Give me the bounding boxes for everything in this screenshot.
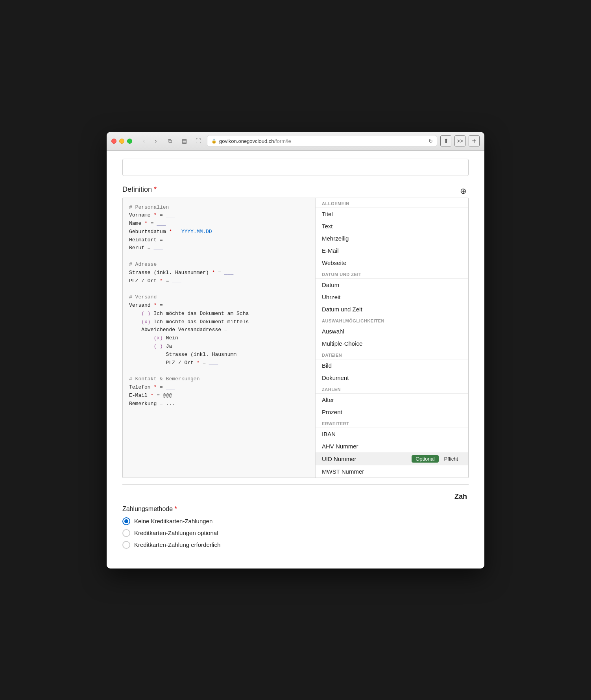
menu-item-iban[interactable]: IBAN xyxy=(316,428,468,440)
code-line-adresse: # Adresse xyxy=(129,261,309,269)
back-button[interactable]: ‹ xyxy=(139,135,150,146)
code-line-telefon: Telefon * = ___ xyxy=(129,383,309,392)
code-line-vorname: Vorname * = ___ xyxy=(129,211,309,220)
code-line-geburtsdatum: Geburtsdatum * = YYYY.MM.DD xyxy=(129,228,309,236)
menu-item-uid[interactable]: UID Nummer Optional Pflicht xyxy=(316,452,468,465)
menu-item-prozent[interactable]: Prozent xyxy=(316,406,468,418)
code-line-empty1 xyxy=(129,252,309,261)
category-allgemein: ALLGEMEIN xyxy=(316,198,468,208)
code-line-empty3 xyxy=(129,367,309,375)
optional-button[interactable]: Optional xyxy=(412,455,438,463)
forward-button[interactable]: › xyxy=(150,135,161,146)
menu-item-datum-zeit[interactable]: Datum und Zeit xyxy=(316,303,468,315)
lock-icon: 🔒 xyxy=(211,139,217,144)
payment-option-1[interactable]: Keine Kreditkarten-Zahlungen xyxy=(122,517,469,525)
payment-section-header: Zah xyxy=(122,493,469,501)
code-line-nein: (x) Nein xyxy=(129,334,309,343)
menu-item-auswahl[interactable]: Auswahl xyxy=(316,325,468,337)
nav-buttons: ‹ › xyxy=(139,135,161,146)
category-auswahl: AUSWAHLMÖGLICHKEITEN xyxy=(316,315,468,325)
uid-actions: Optional Pflicht xyxy=(412,455,462,463)
share-button[interactable]: ⬆ xyxy=(440,135,451,146)
menu-item-text[interactable]: Text xyxy=(316,220,468,232)
menu-item-webseite[interactable]: Webseite xyxy=(316,257,468,269)
code-line-versand: Versand * = xyxy=(129,302,309,310)
editor-panel: # Personalien Vorname * = ___ Name * = _… xyxy=(122,198,469,478)
titlebar: ‹ › ⧉ ▤ ⛶ 🔒 govikon.onegovcloud.ch/form/… xyxy=(107,132,484,151)
code-line-ja: ( ) Ja xyxy=(129,343,309,351)
code-line-name: Name * = ___ xyxy=(129,220,309,228)
category-dateien: DATEIEN xyxy=(316,350,468,359)
code-line-strasse2: Strasse (inkl. Hausnumm xyxy=(129,351,309,359)
pflicht-button[interactable]: Pflicht xyxy=(440,455,462,463)
address-bar[interactable]: 🔒 govikon.onegovcloud.ch/form/le ↻ xyxy=(207,135,437,147)
menu-item-mehrzeilig[interactable]: Mehrzeilig xyxy=(316,232,468,244)
top-input-field[interactable] xyxy=(122,159,469,176)
payment-option-2-label: Kreditkarten-Zahlungen optional xyxy=(134,530,218,536)
maximize-button[interactable] xyxy=(127,139,132,144)
code-line-plz: PLZ / Ort * = ___ xyxy=(129,277,309,285)
minimize-button[interactable] xyxy=(119,139,124,144)
sidebar-toggle-button[interactable]: ▤ xyxy=(179,135,190,146)
code-line-strasse: Strasse (inkl. Hausnummer) * = ___ xyxy=(129,269,309,277)
menu-item-alter[interactable]: Alter xyxy=(316,394,468,406)
new-tab-button[interactable]: + xyxy=(469,135,480,146)
field-type-menu: ALLGEMEIN Titel Text Mehrzeilig E-Mail W… xyxy=(316,198,468,478)
radio-circle-1[interactable] xyxy=(122,517,130,525)
menu-item-multiple-choice[interactable]: Multiple-Choice xyxy=(316,337,468,350)
url-domain: govikon.onegovcloud.ch xyxy=(219,138,274,144)
payment-option-3[interactable]: Kreditkarten-Zahlung erforderlich xyxy=(122,541,469,549)
reload-icon[interactable]: ↻ xyxy=(428,138,433,144)
code-line-plz2: PLZ / Ort * = ___ xyxy=(129,359,309,367)
traffic-lights xyxy=(111,139,132,144)
category-zahlen: ZAHLEN xyxy=(316,384,468,394)
close-button[interactable] xyxy=(111,139,116,144)
more-button[interactable]: >> xyxy=(454,135,465,146)
fullscreen-button[interactable]: ⛶ xyxy=(193,135,204,146)
code-line-beruf: Beruf = ___ xyxy=(129,244,309,252)
payment-label-text: Zahlungsmethode xyxy=(122,506,173,512)
code-line-versand-comment: # Versand xyxy=(129,293,309,302)
menu-item-uid-label: UID Nummer xyxy=(322,456,356,462)
code-line-kontakt: # Kontakt & Bemerkungen xyxy=(129,375,309,383)
radio-circle-2[interactable] xyxy=(122,529,130,537)
code-line-opt2: (x) Ich möchte das Dokument mittels xyxy=(129,318,309,326)
menu-item-uhrzeit[interactable]: Uhrzeit xyxy=(316,291,468,303)
category-erweitert: ERWEITERT xyxy=(316,418,468,428)
code-line-personalien: # Personalien xyxy=(129,204,309,212)
browser-window: ‹ › ⧉ ▤ ⛶ 🔒 govikon.onegovcloud.ch/form/… xyxy=(107,132,484,569)
menu-item-ahv[interactable]: AHV Nummer xyxy=(316,440,468,452)
menu-item-mwst[interactable]: MWST Nummer xyxy=(316,465,468,478)
radio-circle-3[interactable] xyxy=(122,541,130,549)
browser-content: Definition * ⊕ # Personalien Vorname * =… xyxy=(107,151,484,569)
code-line-bemerkung: Bemerkung = ... xyxy=(129,400,309,408)
copy-button[interactable]: ⧉ xyxy=(164,135,175,146)
payment-option-1-label: Keine Kreditkarten-Zahlungen xyxy=(134,518,212,524)
code-line-abweichend: Abweichende Versandadresse = xyxy=(129,326,309,334)
payment-section: Zah Zahlungsmethode * Keine Kreditkarten… xyxy=(122,493,469,549)
menu-item-titel[interactable]: Titel xyxy=(316,208,468,220)
menu-item-dokument[interactable]: Dokument xyxy=(316,372,468,384)
code-line-opt1: ( ) Ich möchte das Dokument am Scha xyxy=(129,310,309,318)
code-line-empty2 xyxy=(129,285,309,293)
menu-item-email[interactable]: E-Mail xyxy=(316,244,468,257)
definition-label-text: Definition xyxy=(122,185,152,193)
payment-option-3-label: Kreditkarten-Zahlung erforderlich xyxy=(134,541,220,548)
code-editor[interactable]: # Personalien Vorname * = ___ Name * = _… xyxy=(123,198,316,478)
add-field-button[interactable]: ⊕ xyxy=(458,185,469,196)
payment-required-star: * xyxy=(175,506,177,512)
code-line-heimatort: Heimatort = ___ xyxy=(129,236,309,244)
category-datum-zeit: DATUM UND ZEIT xyxy=(316,269,468,279)
definition-required-star: * xyxy=(154,185,157,193)
definition-label: Definition * xyxy=(122,185,469,194)
menu-item-datum[interactable]: Datum xyxy=(316,279,468,291)
code-line-email: E-Mail * = @@@ xyxy=(129,392,309,400)
url-display: govikon.onegovcloud.ch/form/le xyxy=(219,138,426,144)
definition-section: Definition * ⊕ # Personalien Vorname * =… xyxy=(122,185,469,478)
section-divider xyxy=(122,484,469,485)
payment-label: Zahlungsmethode * xyxy=(122,506,469,513)
menu-item-bild[interactable]: Bild xyxy=(316,359,468,372)
payment-option-2[interactable]: Kreditkarten-Zahlungen optional xyxy=(122,529,469,537)
url-path: /form/le xyxy=(274,138,291,144)
